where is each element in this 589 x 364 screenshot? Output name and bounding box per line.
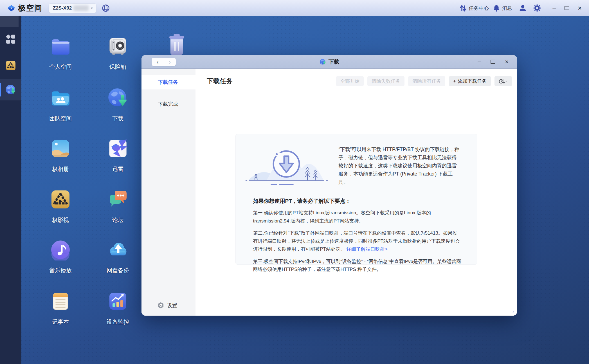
port-mapping-link[interactable]: 详细了解端口映射> [347, 246, 388, 252]
desktop-icon-forum[interactable]: 论坛 [98, 189, 138, 224]
window-titlebar[interactable]: ‹ › 下载 − × [141, 55, 517, 69]
safe-box-icon [107, 35, 129, 57]
icon-label: 保险箱 [98, 63, 138, 71]
settings-label: 设置 [167, 302, 177, 309]
icon-label: 极影视 [41, 216, 80, 224]
divider [339, 190, 461, 190]
xunlei-bird-icon [107, 138, 129, 159]
toolbar: 全部开始 清除失败任务 清除所有任务 + 添加下载任务 [336, 76, 512, 86]
device-selector[interactable]: Z2S-X92 ▼ [49, 3, 96, 13]
app-rail [0, 16, 21, 364]
desktop-icon-cloud-backup[interactable]: 网盘备份 [98, 239, 138, 274]
chevron-down-icon: ▼ [90, 6, 93, 10]
rail-movies-app-button[interactable] [0, 55, 21, 76]
movies-app-icon [5, 60, 16, 71]
desktop-icon-notepad[interactable]: 记事本 [41, 291, 80, 326]
add-task-label: 添加下载任务 [458, 78, 487, 84]
rail-app-grid-button[interactable] [0, 28, 21, 50]
pt-point-3: 第三.极空间下载支持IPv4和IPv6，可以到“设备监控” - “网络信息”中查… [253, 258, 461, 274]
desktop-icon-photo-album[interactable]: 极相册 [41, 138, 80, 173]
icon-label: 网盘备份 [98, 267, 138, 274]
window-controls: − × [477, 59, 517, 65]
task-center-button[interactable]: 任务中心 [459, 5, 489, 12]
messages-label: 消息 [502, 5, 512, 12]
sort-by-time-icon [499, 78, 508, 84]
trash-bin-icon[interactable] [168, 33, 185, 56]
window-title-text: 下载 [329, 58, 339, 66]
download-illustration [244, 138, 329, 190]
desktop-icon-safe-box[interactable]: 保险箱 [98, 35, 138, 71]
pt-point-1: 第一.确认你使用的PT站支持Linux版transmission。极空间下载采用… [253, 209, 461, 225]
start-all-button[interactable]: 全部开始 [336, 76, 364, 86]
maximize-button[interactable] [565, 6, 569, 10]
desktop: 极空间 Z2S-X92 ▼ 任务中心 [0, 0, 589, 364]
settings-gear-icon[interactable] [533, 4, 541, 12]
tab-download-tasks[interactable]: 下载任务 [141, 75, 195, 89]
app-grid-icon [6, 34, 16, 44]
movies-gold-icon [50, 189, 71, 210]
pt-info-card: “下载”可以用来下载 HTTP/FTP/BT 协议的下载链接，种子，磁力链，但与… [235, 134, 477, 265]
icon-label: 个人空间 [41, 63, 80, 71]
photo-album-icon [50, 138, 71, 159]
desktop-icon-personal-space[interactable]: 个人空间 [41, 35, 80, 71]
zspace-logo-icon [5, 3, 16, 14]
download-globe-icon [107, 87, 129, 109]
nav-buttons: ‹ › [152, 58, 176, 66]
icon-label: 音乐播放 [41, 267, 80, 274]
icon-label: 记事本 [41, 318, 80, 326]
window-title: 下载 [319, 58, 339, 66]
pt-point-2: 第二.你已经针对“下载”做了外网端口映射，端口号请在下载的设置中查看，默认为51… [253, 229, 461, 253]
icon-label: 设备监控 [98, 318, 138, 326]
back-button[interactable]: ‹ [152, 58, 164, 66]
brand-title: 极空间 [18, 3, 42, 13]
tab-download-complete[interactable]: 下载完成 [141, 97, 195, 111]
music-player-icon [50, 239, 71, 260]
clear-failed-button[interactable]: 清除失败任务 [367, 76, 404, 86]
desktop-icon-movies[interactable]: 极影视 [41, 189, 80, 224]
window-sidebar: 下载任务 下载完成 设置 [141, 69, 195, 316]
maximize-button[interactable] [491, 60, 495, 64]
desktop-icon-team-space[interactable]: 团队空间 [41, 87, 80, 122]
network-globe-icon[interactable] [102, 4, 110, 12]
user-account-icon[interactable] [519, 4, 527, 12]
device-name-redacted [73, 5, 89, 11]
resize-grip[interactable] [510, 309, 514, 313]
window-main: 下载任务 全部开始 清除失败任务 清除所有任务 + 添加下载任务 [195, 69, 517, 316]
forum-chat-icon [107, 189, 129, 210]
rail-download-app-button[interactable] [0, 79, 21, 100]
icon-label: 团队空间 [41, 115, 80, 122]
bell-icon [493, 5, 500, 12]
clear-all-button[interactable]: 清除所有任务 [408, 76, 445, 86]
pt-heading: 如果你想使用PT，请务必了解以下要点： [253, 197, 461, 205]
desktop-icon-device-monitor[interactable]: 设备监控 [98, 291, 138, 326]
download-app-icon [5, 84, 16, 95]
icon-label: 论坛 [98, 216, 138, 224]
personal-space-folder-icon [50, 35, 71, 57]
close-button[interactable]: × [578, 5, 582, 12]
notepad-icon [50, 291, 71, 312]
download-window: ‹ › 下载 − × 下载任务 下载完成 [141, 55, 517, 316]
task-center-icon [459, 5, 467, 12]
device-monitor-icon [107, 291, 129, 312]
settings-button[interactable]: 设置 [157, 302, 177, 309]
desktop-icon-xunlei[interactable]: 迅雷 [98, 138, 138, 173]
close-button[interactable]: × [505, 59, 509, 65]
cloud-backup-icon [107, 239, 129, 260]
minimize-button[interactable]: − [552, 5, 556, 12]
team-space-folder-icon [50, 87, 71, 109]
icon-label: 下载 [98, 115, 138, 122]
icon-label: 极相册 [41, 165, 80, 173]
desktop-icon-music-player[interactable]: 音乐播放 [41, 239, 80, 274]
minimize-button[interactable]: − [477, 59, 481, 65]
sort-order-button[interactable] [494, 76, 512, 86]
desktop-icon-download-app[interactable]: 下载 [98, 87, 138, 122]
plus-icon: + [453, 78, 456, 84]
device-name: Z2S-X92 [53, 5, 72, 11]
forward-button[interactable]: › [164, 58, 176, 66]
page-title: 下载任务 [207, 77, 233, 86]
topbar-actions: 任务中心 消息 [459, 4, 589, 12]
add-download-task-button[interactable]: + 添加下载任务 [449, 76, 491, 86]
messages-button[interactable]: 消息 [493, 5, 512, 12]
icon-label: 迅雷 [98, 165, 138, 173]
system-window-controls: − × [552, 5, 582, 12]
